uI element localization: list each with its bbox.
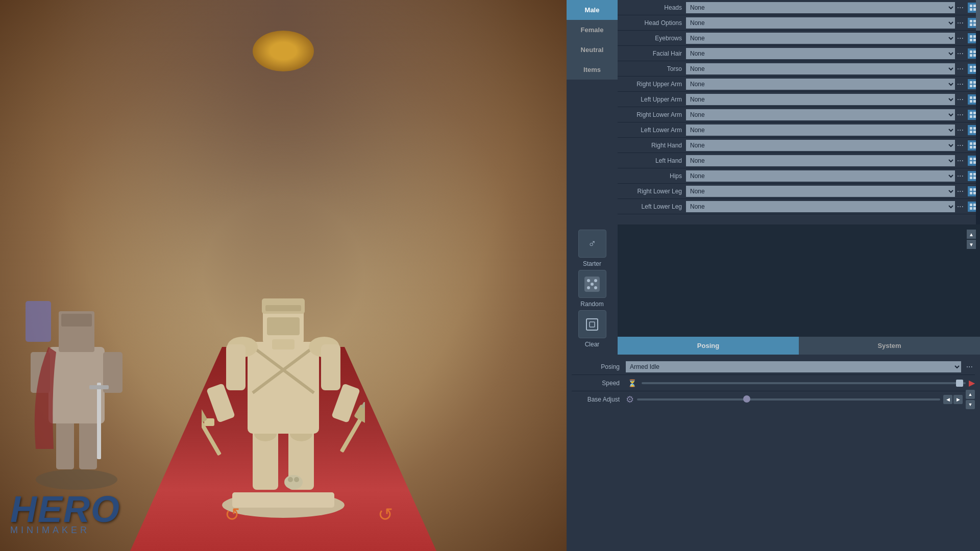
tab-system[interactable]: System — [799, 337, 980, 355]
tab-posing[interactable]: Posing — [618, 337, 799, 355]
prop-row-head-options: Head OptionsNone··· — [618, 15, 980, 31]
prop-dropdown-13[interactable]: None — [686, 201, 955, 212]
base-adjust-up-arrow[interactable]: ▲ — [966, 390, 975, 399]
svg-rect-12 — [232, 492, 334, 508]
properties-panel: HeadsNone···Head OptionsNone···EyebrowsN… — [618, 0, 980, 224]
base-adjust-slider[interactable] — [637, 398, 940, 400]
svg-point-43 — [288, 477, 293, 482]
rotate-right-button[interactable]: ↺ — [378, 504, 393, 525]
prop-label-2: Eyebrows — [620, 35, 686, 42]
random-button[interactable] — [578, 270, 606, 298]
prop-dots-3[interactable]: ··· — [955, 49, 966, 58]
clear-label: Clear — [585, 341, 600, 348]
svg-rect-81 — [970, 142, 972, 145]
starter-button[interactable]: ♂ — [578, 230, 606, 258]
prop-dropdown-6[interactable]: None — [686, 94, 955, 105]
prop-dots-7[interactable]: ··· — [955, 110, 966, 119]
prop-dots-6[interactable]: ··· — [955, 95, 966, 104]
svg-rect-85 — [970, 158, 972, 160]
svg-rect-23 — [321, 344, 340, 390]
prop-row-torso: TorsoNone··· — [618, 61, 980, 77]
tab-female[interactable]: Female — [567, 20, 618, 40]
tab-items[interactable]: Items — [567, 60, 618, 80]
svg-rect-10 — [26, 301, 51, 342]
prop-dots-9[interactable]: ··· — [955, 141, 966, 150]
prop-dots-2[interactable]: ··· — [955, 34, 966, 43]
scroll-bar[interactable] — [976, 0, 980, 224]
rotate-left-button[interactable]: ↺ — [225, 504, 240, 525]
prop-dots-0[interactable]: ··· — [955, 3, 966, 12]
tab-male[interactable]: Male — [567, 0, 618, 20]
svg-rect-91 — [970, 177, 972, 179]
base-adjust-v-arrows: ▲ ▼ — [966, 390, 975, 409]
tab-neutral[interactable]: Neutral — [567, 40, 618, 60]
svg-point-106 — [591, 283, 594, 286]
bottom-panel: Posing Armed Idle ··· Speed ⏳ ▶ Base Adj… — [567, 355, 980, 551]
base-adjust-h-arrows: ◀ ▶ — [943, 395, 963, 404]
prop-dropdown-0[interactable]: None — [686, 2, 955, 13]
prop-dropdown-3[interactable]: None — [686, 48, 955, 59]
scroll-down-button[interactable]: ▼ — [967, 240, 976, 249]
svg-rect-45 — [970, 5, 972, 7]
prop-dots-4[interactable]: ··· — [955, 64, 966, 73]
svg-rect-53 — [970, 35, 972, 38]
prop-dropdown-1[interactable]: None — [686, 17, 955, 29]
posing-dots-button[interactable]: ··· — [964, 362, 975, 371]
prop-label-5: Right Upper Arm — [620, 81, 686, 88]
svg-rect-71 — [970, 100, 972, 103]
prop-label-13: Left Lower Leg — [620, 203, 686, 210]
svg-rect-40 — [267, 317, 300, 335]
prop-dropdown-9[interactable]: None — [686, 140, 955, 151]
prop-dropdown-4[interactable]: None — [686, 63, 955, 74]
prop-row-eyebrows: EyebrowsNone··· — [618, 31, 980, 46]
speed-row: Speed ⏳ ▶ — [572, 375, 975, 391]
svg-rect-87 — [970, 161, 972, 164]
svg-rect-99 — [970, 207, 972, 210]
logo-hero-text: HERO — [10, 491, 120, 528]
svg-rect-1 — [56, 418, 74, 469]
prop-dots-5[interactable]: ··· — [955, 80, 966, 89]
prop-dropdown-5[interactable]: None — [686, 79, 955, 90]
prop-dropdown-11[interactable]: None — [686, 170, 955, 182]
svg-point-44 — [294, 477, 299, 482]
prop-dropdown-2[interactable]: None — [686, 33, 955, 44]
prop-dots-8[interactable]: ··· — [955, 126, 966, 135]
scroll-thumb[interactable] — [976, 0, 980, 31]
svg-rect-47 — [970, 8, 972, 11]
svg-rect-55 — [970, 39, 972, 41]
svg-rect-9 — [89, 385, 109, 389]
scroll-up-button[interactable]: ▲ — [967, 230, 976, 239]
prop-dots-11[interactable]: ··· — [955, 171, 966, 181]
base-adjust-handle[interactable] — [743, 395, 750, 403]
svg-rect-61 — [970, 66, 972, 68]
posing-label: Posing — [572, 363, 623, 370]
prop-label-3: Facial Hair — [620, 50, 686, 57]
prop-label-4: Torso — [620, 65, 686, 72]
actions-area: ♂ Starter Random Clear — [567, 224, 618, 353]
prop-dots-10[interactable]: ··· — [955, 156, 966, 165]
prop-dots-1[interactable]: ··· — [955, 18, 966, 28]
svg-rect-59 — [970, 54, 972, 57]
prop-label-9: Right Hand — [620, 142, 686, 149]
clear-button[interactable] — [578, 310, 606, 338]
prop-dropdown-8[interactable]: None — [686, 124, 955, 136]
base-adjust-label: Base Adjust — [572, 396, 623, 403]
svg-rect-95 — [970, 192, 972, 194]
prop-dots-12[interactable]: ··· — [955, 187, 966, 196]
base-adjust-left-arrow[interactable]: ◀ — [943, 395, 952, 404]
base-adjust-right-arrow[interactable]: ▶ — [953, 395, 963, 404]
speed-slider[interactable] — [642, 382, 966, 384]
prop-dots-13[interactable]: ··· — [955, 202, 966, 211]
svg-point-103 — [594, 279, 597, 282]
prop-dropdown-12[interactable]: None — [686, 186, 955, 197]
prop-dropdown-7[interactable]: None — [686, 109, 955, 120]
prop-dropdown-10[interactable]: None — [686, 155, 955, 166]
base-adjust-down-arrow[interactable]: ▼ — [966, 400, 975, 409]
posing-dropdown[interactable]: Armed Idle — [626, 361, 961, 372]
prop-row-left-hand: Left HandNone··· — [618, 153, 980, 168]
svg-rect-97 — [970, 204, 972, 206]
speed-handle[interactable] — [956, 380, 963, 387]
random-label: Random — [580, 300, 603, 308]
prop-label-0: Heads — [620, 4, 686, 11]
base-adjust-settings-icon[interactable]: ⚙ — [626, 394, 634, 405]
